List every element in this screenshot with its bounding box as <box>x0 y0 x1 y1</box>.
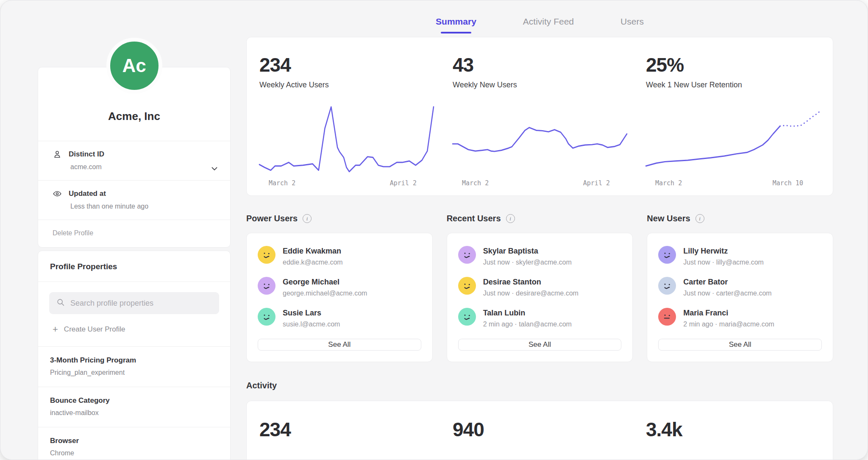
create-user-profile-button[interactable]: + Create User Profile <box>49 314 219 344</box>
activity-stat-value: 3.4k <box>646 418 820 441</box>
user-row[interactable]: Desirae Stanton Just now · desirare@acme… <box>458 277 622 297</box>
user-row[interactable]: Susie Lars susie.l@acme.com <box>258 308 421 328</box>
profile-properties-search[interactable] <box>49 292 219 314</box>
chevron-down-icon[interactable] <box>210 164 219 175</box>
profile-properties-card: Profile Properties + Create User Profile <box>38 251 231 460</box>
user-name: Talan Lubin <box>483 308 572 318</box>
user-name: Lilly Herwitz <box>683 246 764 256</box>
property-label: Browser <box>50 437 218 445</box>
x-axis-tick: March 2 <box>269 179 295 187</box>
app-window: Ac Acme, Inc Distinct ID acme.com <box>0 0 868 460</box>
field-label: Distinct ID <box>69 150 104 159</box>
property-value: Chrome <box>50 449 218 457</box>
user-row[interactable]: Talan Lubin 2 min ago · talan@acme.com <box>458 308 622 328</box>
user-avatar <box>458 277 476 295</box>
stat-weekly-active-users: 234 Weekly Active Users March 2 April 2 <box>259 53 434 187</box>
x-axis-tick: April 2 <box>390 179 417 187</box>
info-icon[interactable]: i <box>303 214 312 223</box>
search-input[interactable] <box>70 299 212 308</box>
x-axis-tick: March 10 <box>773 179 803 187</box>
profile-properties-title: Profile Properties <box>38 251 230 282</box>
activity-section-title: Activity <box>246 381 833 390</box>
property-label: Bounce Category <box>50 396 218 405</box>
org-avatar: Ac <box>106 38 162 94</box>
stat-value: 234 <box>259 53 434 76</box>
eye-icon <box>53 189 62 198</box>
user-name: Maria Franci <box>683 308 774 318</box>
tab-summary[interactable]: Summary <box>436 17 476 33</box>
power-users-card: Eddie Kwakman eddie.k@acme.com Geo <box>246 233 433 362</box>
user-avatar <box>258 277 275 295</box>
activity-stat-value: 234 <box>259 418 434 441</box>
main-content: Summary Activity Feed Users 234 Weekly A… <box>246 0 833 460</box>
tab-activity-feed[interactable]: Activity Feed <box>523 17 574 33</box>
x-axis-tick: March 2 <box>462 179 489 187</box>
stat-label: Weekly Active Users <box>259 81 434 89</box>
activity-card: 234 940 3.4k <box>246 401 833 460</box>
user-row[interactable]: Maria Franci 2 min ago · maria@acme.com <box>658 308 822 328</box>
x-axis-tick: April 2 <box>583 179 610 187</box>
weekly-active-users-chart <box>259 105 434 176</box>
user-meta: susie.l@acme.com <box>283 321 340 328</box>
delete-profile-button[interactable]: Delete Profile <box>53 229 93 237</box>
user-row[interactable]: Carter Bator Just now · carter@acme.com <box>658 277 822 297</box>
property-row[interactable]: 3-Month Pricing Program Pricing_plan_exp… <box>38 346 230 387</box>
user-meta: 2 min ago · maria@acme.com <box>683 321 774 328</box>
profile-card: Acme, Inc Distinct ID acme.com <box>38 67 231 248</box>
see-all-button[interactable]: See All <box>258 339 421 351</box>
user-name: Carter Bator <box>683 277 771 287</box>
user-meta: 2 min ago · talan@acme.com <box>483 321 572 328</box>
x-axis-tick: March 2 <box>655 179 682 187</box>
user-row[interactable]: Skylar Baptista Just now · skyler@acme.c… <box>458 246 622 266</box>
x-axis: March 2 April 2 <box>453 176 627 187</box>
recent-users-card: Skylar Baptista Just now · skyler@acme.c… <box>447 233 633 362</box>
info-icon[interactable]: i <box>506 214 515 223</box>
user-avatar <box>458 246 476 264</box>
stat-week1-retention: 25% Week 1 New User Retention March 2 Ma… <box>646 53 820 187</box>
info-icon[interactable]: i <box>696 214 704 223</box>
user-avatar <box>258 246 275 264</box>
see-all-button[interactable]: See All <box>458 339 622 351</box>
user-avatar <box>658 246 676 264</box>
property-row[interactable]: Browser Chrome <box>38 427 230 460</box>
person-icon <box>53 150 62 159</box>
weekly-new-users-chart <box>453 105 627 176</box>
user-row[interactable]: Eddie Kwakman eddie.k@acme.com <box>258 246 421 266</box>
field-value: Less than one minute ago <box>70 203 218 210</box>
new-users-section: New Users i Lilly Herwitz Just <box>647 214 833 362</box>
x-axis: March 2 April 2 <box>259 176 434 187</box>
search-icon <box>56 298 65 309</box>
see-all-button[interactable]: See All <box>658 339 822 351</box>
user-meta: george.michael@acme.com <box>283 290 367 297</box>
user-row[interactable]: Lilly Herwitz Just now · lilly@acme.com <box>658 246 822 266</box>
user-avatar <box>258 308 275 326</box>
x-axis: March 2 March 10 <box>646 176 820 187</box>
user-name: Eddie Kwakman <box>283 246 343 256</box>
property-value: Pricing_plan_experiment <box>50 369 218 376</box>
power-users-section: Power Users i Eddie Kwakman ed <box>246 214 433 362</box>
user-avatar <box>658 277 676 295</box>
activity-stat-value: 940 <box>453 418 627 441</box>
user-avatar <box>658 308 676 326</box>
user-name: George Michael <box>283 277 367 287</box>
user-avatar <box>458 308 476 326</box>
recent-users-section: Recent Users i Skylar Baptista <box>447 214 633 362</box>
property-label: 3-Month Pricing Program <box>50 356 218 365</box>
user-name: Desirae Stanton <box>483 277 579 287</box>
stat-label: Week 1 New User Retention <box>646 81 820 89</box>
new-users-card: Lilly Herwitz Just now · lilly@acme.com <box>647 233 833 362</box>
property-row[interactable]: Bounce Category inactive-mailbox <box>38 387 230 427</box>
user-row[interactable]: George Michael george.michael@acme.com <box>258 277 421 297</box>
tab-users[interactable]: Users <box>620 17 644 33</box>
delete-profile-row[interactable]: Delete Profile <box>38 220 230 247</box>
user-name: Skylar Baptista <box>483 246 572 256</box>
stat-weekly-new-users: 43 Weekly New Users March 2 April 2 <box>453 53 627 187</box>
section-title: Recent Users <box>447 214 501 223</box>
stat-value: 25% <box>646 53 820 76</box>
profile-field-updated-at: Updated at Less than one minute ago <box>38 180 230 220</box>
user-meta: Just now · desirare@acme.com <box>483 290 579 297</box>
field-label: Updated at <box>69 190 106 198</box>
user-name: Susie Lars <box>283 308 340 318</box>
plus-icon: + <box>53 326 58 333</box>
profile-field-distinct-id[interactable]: Distinct ID acme.com <box>38 141 230 180</box>
